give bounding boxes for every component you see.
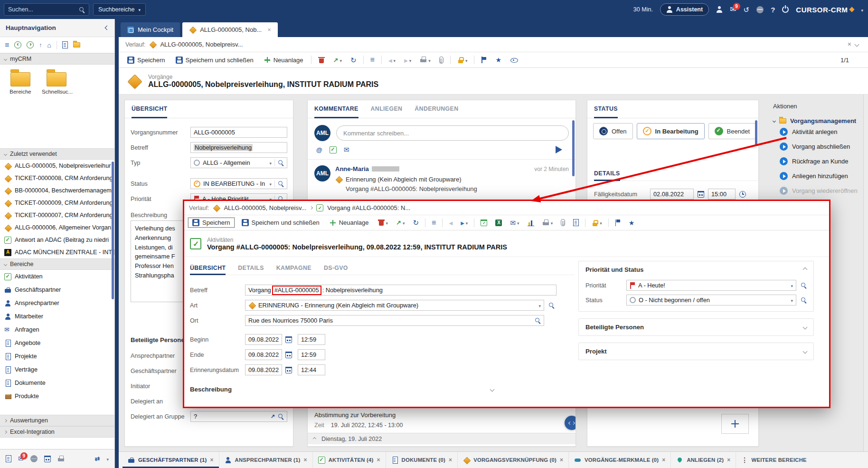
sidebar-section-reports[interactable]: Auswertungen [0,415,114,426]
area-item[interactable]: Dokumente [0,376,114,390]
email-icon[interactable] [344,146,349,153]
refresh-button[interactable] [349,56,359,65]
area-item[interactable]: Projekte [0,350,114,363]
add-appointment-button[interactable] [479,219,489,227]
report-button[interactable] [526,219,536,227]
presence-icon[interactable] [756,6,764,13]
new-record-button[interactable]: Neuanlage [261,56,306,65]
comment-item[interactable]: AML Anne-Maria vor 2 Minuten Erinnerung … [308,160,576,192]
send-icon[interactable] [556,146,562,153]
area-item[interactable]: Angebote [0,336,114,350]
ort-input[interactable]: Rue des Nourrices 75000 Paris [245,315,544,326]
status-scrollbar[interactable] [755,120,757,145]
beteiligte-section[interactable]: Beteiligte Personen [578,318,814,336]
erinnerung-time-input[interactable]: 12:44 [298,364,325,375]
tab-uebersicht[interactable]: ÜBERSICHT [132,100,167,118]
save-button[interactable]: Speichern [188,218,235,228]
logout-icon[interactable] [782,6,789,13]
bookmark-button[interactable] [613,219,623,227]
panel-resize-handle[interactable] [565,416,576,430]
close-tab-icon[interactable]: × [377,457,380,463]
recent-item[interactable]: TICKET-0000009, CRM Anforderung [0,197,114,209]
mail-button[interactable]: 9 [730,6,736,13]
tab-status[interactable]: STATUS [594,100,618,118]
status-chip[interactable]: Offen [593,123,633,139]
close-tab-icon[interactable]: × [304,457,307,463]
comment-link[interactable]: Vorgang #ALLG-0000005: Nobelpreisverleih… [346,185,569,192]
day-group-header[interactable]: Dienstag, 19. Juli 2022 [308,433,576,444]
forward-icon[interactable] [27,41,34,48]
refresh-button[interactable] [411,218,421,227]
search-scope-button[interactable]: Suchbereiche [93,3,146,16]
ende-date-input[interactable]: 09.08.2022 [245,349,282,360]
menu-icon[interactable] [5,41,9,49]
breadcrumb-item[interactable]: ALLG-0000005, Nobelpreisv... [224,204,306,211]
sync-icon[interactable] [95,456,100,462]
next-record-button[interactable] [459,218,470,227]
tab-kampagne[interactable]: KAMPAGNE [276,262,311,275]
favorite-button[interactable] [493,56,503,64]
entry-title[interactable]: Abstimmung zur Vorbereitung [314,411,570,419]
next-record-button[interactable] [402,56,413,65]
close-tab-icon[interactable]: × [449,457,452,463]
status-chip[interactable]: Beendet [708,123,756,139]
home-icon[interactable] [47,42,51,48]
status-select[interactable]: O - Nicht begonnen / offen [626,295,796,306]
sidebar-section-mycrm[interactable]: myCRM [0,53,114,65]
area-item[interactable]: Aktivitäten [0,270,114,283]
beschreibung-section[interactable]: Beschreibung [190,386,494,393]
attachment-button[interactable] [437,56,445,65]
area-item[interactable]: Produkte [0,390,114,403]
search-icon[interactable] [278,181,284,187]
calendar-icon[interactable] [698,191,704,198]
list-menu-button[interactable] [368,55,377,65]
print-icon[interactable] [57,456,65,462]
chevron-down-icon[interactable] [106,455,109,462]
save-close-button[interactable]: Speichern und schließen [173,56,256,65]
main-scrollbar[interactable] [863,37,868,451]
bottom-tab[interactable]: AKTIVITÄTEN (4) × [313,452,386,468]
tab-mein-cockpit[interactable]: Mein Cockpit [121,22,180,37]
search-icon[interactable] [278,413,284,420]
search-icon[interactable] [801,282,807,288]
lock-button[interactable] [590,218,604,228]
status-chip[interactable]: In Bearbeitung [637,123,705,139]
new-record-button[interactable]: Neuanlage [327,218,372,227]
email-button[interactable] [508,218,521,227]
bottom-tab[interactable]: VORGÄNGE-MERKMALE (0) × [569,452,671,468]
bottom-tab[interactable]: ANLIEGEN (2) × [671,452,736,468]
undo-icon[interactable] [744,6,750,13]
lock-button[interactable] [455,55,470,65]
open-record-icon[interactable] [271,413,275,420]
chevron-down-icon[interactable] [855,42,859,47]
sidebar-scrollbar[interactable] [112,162,114,299]
word-export-button[interactable] [571,218,581,227]
due-date-input[interactable]: 02.08.2022 [650,189,694,200]
search-input[interactable]: Suchen... [4,3,89,16]
recent-item[interactable]: BB-0000004, Beschwerdemanagem [0,184,114,197]
prev-record-button[interactable] [387,56,397,65]
tab-anliegen[interactable]: ANLIEGEN [371,100,403,118]
close-tab-icon[interactable]: × [727,457,730,463]
print-button[interactable] [418,56,433,65]
area-item[interactable]: Ansprechpartner [0,296,114,310]
help-button[interactable] [771,6,775,13]
widget-placeholder[interactable] [721,414,749,434]
topbar-more-chevron[interactable] [861,6,863,13]
area-item[interactable]: Mitarbeiter [0,310,114,323]
search-icon[interactable] [801,297,807,303]
messages-button[interactable]: 9 [18,455,24,462]
action-item[interactable]: Rückfrage an Kunde [773,154,866,169]
tab-aenderungen[interactable]: ÄNDERUNGEN [415,100,458,118]
search-icon[interactable] [535,317,541,324]
close-tab-icon[interactable]: × [662,457,665,463]
bottom-tab[interactable]: DOKUMENTE (0) × [386,452,458,468]
web-icon[interactable] [30,455,38,462]
ende-time-input[interactable]: 12:59 [298,349,325,360]
breadcrumb-item[interactable]: ALLG-0000005, Nobelpreisv... [160,41,243,48]
favorite-button[interactable] [627,219,637,227]
collapse-sidebar-icon[interactable] [105,26,110,30]
share-button[interactable] [394,218,406,227]
back-icon[interactable] [14,41,21,48]
prioritaet-select[interactable]: A - Heute! [626,280,796,291]
